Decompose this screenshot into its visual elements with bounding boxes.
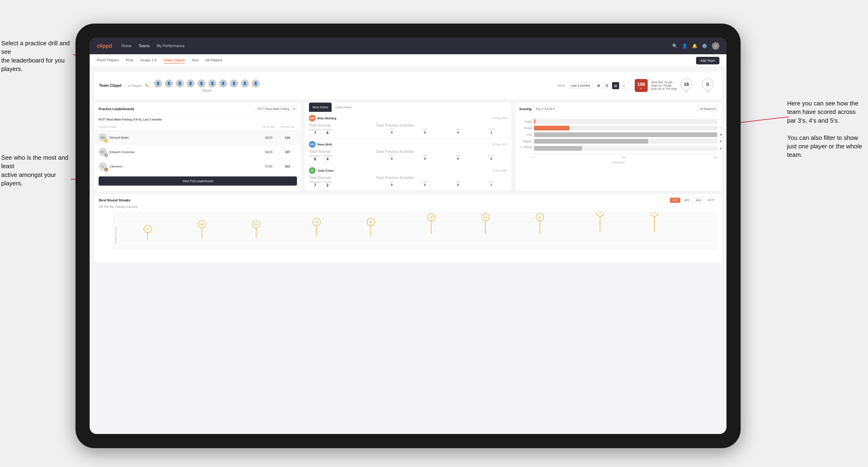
lb-avatar-2: EC 2	[99, 148, 107, 156]
player-avatar-6[interactable]: 👤	[208, 79, 217, 88]
nav-home[interactable]: Home	[121, 44, 132, 48]
activity-row-header-3: JC Josh Coles 26 Aug 2023	[309, 167, 507, 174]
view-icons: ⊞ ☰ ▤ ↕	[595, 82, 628, 89]
streak-circle-6: 4x	[427, 213, 435, 221]
shot-dist-badge: 198 sc	[635, 79, 648, 92]
players-section: 👤 👤 👤 👤 👤 👤 👤 👤 👤 👤	[154, 79, 260, 92]
activity-avatar-3: JC	[309, 167, 316, 174]
lb-score-3: 17/20	[259, 165, 278, 168]
settings-icon[interactable]: ⚙️	[702, 43, 707, 49]
streak-dot-10: 3x	[651, 212, 658, 232]
bar-track-birdies: 96	[534, 126, 717, 130]
streaks-filter-ott[interactable]: OTT	[670, 198, 680, 203]
search-icon[interactable]: 🔍	[672, 43, 677, 49]
rank-badge-1: 1	[104, 139, 108, 143]
player-avatar-5[interactable]: 👤	[197, 79, 206, 88]
bar-row-bogeys: Bogeys 311	[519, 139, 717, 144]
nav-teams[interactable]: Teams	[138, 44, 150, 48]
activity-stats-3: Total Rounds Tournament 7 Practice	[309, 176, 507, 187]
bar-track-bogeys: 311	[534, 139, 717, 144]
activity-avatar-1: BM	[309, 115, 316, 121]
view-card-icon[interactable]: ▤	[612, 82, 619, 89]
leaderboard-title: Practice Leaderboards	[99, 107, 134, 111]
tab-most-active[interactable]: Most Active	[309, 102, 332, 112]
tablet-screen: clippd Home Teams My Performance 🔍 👤 🔔 ⚙…	[90, 38, 726, 434]
annotation-top-left: Select a practice drill and see the lead…	[1, 39, 72, 73]
nav-items: Home Teams My Performance	[121, 44, 672, 48]
subnav-all-players[interactable]: All Players	[206, 58, 222, 63]
logo: clippd	[97, 43, 112, 49]
main-content: Team Clippd | 14 Players ✏️ 👤 👤 👤 👤	[90, 67, 726, 434]
streak-circle-5: 5x	[367, 218, 375, 226]
leaderboard-filter[interactable]: PUTT Must Make Putting ... ▾	[255, 106, 297, 112]
avatar[interactable]: U	[712, 42, 719, 50]
lb-avg-3: 103	[278, 165, 297, 168]
view-full-leaderboard-button[interactable]: View Full Leaderboard	[99, 177, 297, 186]
streak-dot-6: 4x	[427, 213, 435, 234]
streak-circle-9: 3x	[596, 212, 604, 217]
table-row: C 3 Cameron... 17/20 103	[94, 159, 301, 174]
bar-label-bogeys: Bogeys	[519, 140, 532, 143]
streaks-filter-group: OTT APP ARG PUTT	[670, 198, 717, 203]
nav-my-performance[interactable]: My Performance	[157, 44, 184, 48]
player-avatar-9[interactable]: 👤	[240, 79, 249, 88]
streaks-panel: Best Round Streaks OTT APP ARG PUTT Off …	[94, 194, 722, 263]
subnav-pga[interactable]: PGA	[126, 58, 133, 63]
view-sort-icon[interactable]: ↕	[621, 82, 628, 89]
bar-track-pars: 499	[534, 132, 717, 137]
streak-dot-5: 5x	[367, 218, 375, 237]
activity-panel: Most Active Least Active BM Blair McHarg…	[305, 102, 512, 191]
add-team-button[interactable]: Add Team	[696, 57, 719, 64]
sub-nav-items: PGAT Players PGA Hcaps 1-5 Team Clippd T…	[97, 58, 222, 63]
streaks-title: Best Round Streaks	[99, 198, 130, 202]
subnav-hcaps[interactable]: Hcaps 1-5	[140, 58, 156, 63]
player-avatar-2[interactable]: 👤	[164, 79, 173, 88]
subnav-pgat[interactable]: PGAT Players	[97, 58, 119, 63]
player-avatar-7[interactable]: 👤	[219, 79, 228, 88]
streaks-filter-arg[interactable]: ARG	[693, 198, 704, 203]
subnav-tour[interactable]: Tour	[192, 58, 198, 63]
view-list-icon[interactable]: ☰	[603, 82, 611, 89]
bar-row-eagles: Eagles 3	[519, 119, 717, 124]
player-avatar-1[interactable]: 👤	[154, 79, 162, 88]
player-avatar-8[interactable]: 👤	[229, 79, 239, 88]
rank-badge-2: 2	[104, 153, 108, 157]
player-avatar-4[interactable]: 👤	[186, 79, 195, 88]
show-filter: Show: Last 3 months ⊞ ☰ ▤ ↕	[557, 82, 628, 89]
team-header-row: Team Clippd | 14 Players ✏️ 👤 👤 👤 👤	[94, 72, 722, 99]
page-wrapper: Select a practice drill and see the lead…	[0, 0, 868, 467]
lb-player-1: RB 1 Richard Butler	[99, 133, 259, 142]
player-avatar-3[interactable]: 👤	[175, 79, 184, 88]
practice-activities-group: Total Practice Activities OTT 0 APP	[376, 123, 507, 135]
team-name: Team Clippd	[99, 84, 121, 88]
bell-icon[interactable]: 🔔	[692, 43, 697, 49]
activity-date-1: 26 Aug 2023	[493, 117, 507, 120]
subnav-team-clippd[interactable]: Team Clippd	[164, 58, 185, 63]
show-dropdown[interactable]: Last 3 months	[568, 82, 593, 89]
edit-team-icon[interactable]: ✏️	[145, 84, 149, 88]
player-avatar-10[interactable]: 👤	[251, 79, 260, 88]
list-item: RB Rees Britt 02 Sep 2023 Total Rounds	[305, 138, 512, 164]
activity-row-header-2: RB Rees Britt 02 Sep 2023	[309, 141, 507, 148]
leaderboard-subtitle: PUTT Must Make Putting (3-6 ft), Last 3 …	[94, 116, 301, 124]
scoring-player-filter[interactable]: All Players ▾	[698, 106, 717, 112]
nav-icons: 🔍 👤 🔔 ⚙️ U	[672, 42, 719, 50]
bar-fill-birdies	[534, 126, 569, 130]
lb-score-1: 19/20	[259, 136, 278, 139]
scoring-par-filter[interactable]: Par 3, 4 & 5s ▾	[534, 106, 557, 112]
scoring-chart: Eagles 3 Birdies 96	[515, 116, 722, 167]
activity-stats-1: Total Rounds Tournament 7 Practice	[309, 123, 507, 135]
streaks-filter-app[interactable]: APP	[681, 198, 692, 203]
leaderboard-panel-header: Practice Leaderboards PUTT Must Make Put…	[94, 102, 301, 116]
view-grid-icon[interactable]: ⊞	[595, 82, 602, 89]
bar-row-dbogeys: D. Bogeys + 131	[519, 146, 717, 151]
practice-leaderboards-panel: Practice Leaderboards PUTT Must Make Put…	[94, 102, 301, 191]
practice-activities-group-3: Total Practice Activities OTT 0 APP	[376, 176, 507, 187]
streaks-filter-putt[interactable]: PUTT	[705, 198, 717, 203]
total-rounds-group-3: Total Rounds Tournament 7 Practice	[309, 176, 374, 187]
streak-circle-4: 5x	[312, 218, 320, 226]
list-item: BM Blair McHarg 26 Aug 2023 Total Rounds	[305, 112, 512, 138]
tab-least-active[interactable]: Least Active	[332, 102, 355, 112]
bar-fill-bogeys	[534, 139, 648, 144]
person-icon[interactable]: 👤	[682, 43, 687, 49]
